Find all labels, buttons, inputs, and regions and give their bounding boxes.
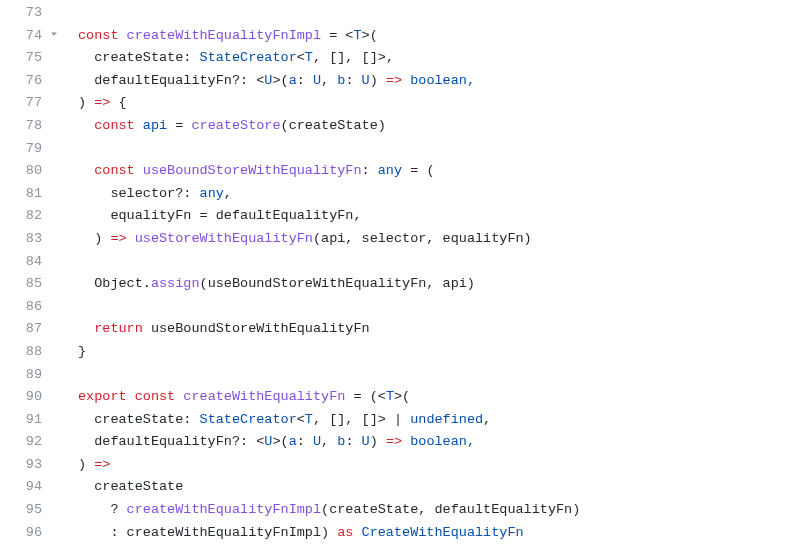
line-number[interactable]: 95 — [0, 499, 62, 522]
line-number[interactable]: 76 — [0, 70, 62, 93]
code-line[interactable]: 88} — [0, 341, 800, 364]
code-content[interactable]: createState: StateCreator<T, [], []> | u… — [62, 409, 800, 432]
code-token: defaultEqualityFn?: < — [78, 73, 264, 88]
code-token — [78, 321, 94, 336]
line-number[interactable]: 75 — [0, 47, 62, 70]
line-number[interactable]: 89 — [0, 364, 62, 387]
code-token: createWithEqualityFnImpl — [127, 28, 321, 43]
code-line[interactable]: 75 createState: StateCreator<T, [], []>, — [0, 47, 800, 70]
code-content[interactable]: export const createWithEqualityFn = (<T>… — [62, 386, 800, 409]
line-number[interactable]: 83 — [0, 228, 62, 251]
line-number[interactable]: 84 — [0, 251, 62, 274]
code-token: => — [386, 434, 402, 449]
code-editor[interactable]: 7374const createWithEqualityFnImpl = <T>… — [0, 0, 800, 544]
code-line[interactable]: 82 equalityFn = defaultEqualityFn, — [0, 205, 800, 228]
code-line[interactable]: 89 — [0, 364, 800, 387]
code-token: ? — [78, 502, 127, 517]
code-token: : — [297, 73, 313, 88]
code-token: => — [110, 231, 126, 246]
code-line[interactable]: 78 const api = createStore(createState) — [0, 115, 800, 138]
code-content[interactable]: const createWithEqualityFnImpl = <T>( — [62, 25, 800, 48]
code-content[interactable]: equalityFn = defaultEqualityFn, — [62, 205, 800, 228]
line-number[interactable]: 77 — [0, 92, 62, 115]
code-token: CreateWithEqualityFn — [362, 525, 524, 540]
line-number[interactable]: 78 — [0, 115, 62, 138]
code-token: => — [94, 457, 110, 472]
code-line[interactable]: 76 defaultEqualityFn?: <U>(a: U, b: U) =… — [0, 70, 800, 93]
line-number[interactable]: 79 — [0, 138, 62, 161]
code-content[interactable]: ? createWithEqualityFnImpl(createState, … — [62, 499, 800, 522]
code-token: const — [94, 163, 143, 178]
code-content[interactable]: } — [62, 341, 800, 364]
code-content[interactable]: ) => { — [62, 92, 800, 115]
code-token: StateCreator — [200, 412, 297, 427]
code-line[interactable]: 77) => { — [0, 92, 800, 115]
code-token: (createState) — [281, 118, 386, 133]
line-number[interactable]: 74 — [0, 25, 62, 48]
code-content[interactable]: : createWithEqualityFnImpl) as CreateWit… — [62, 522, 800, 544]
code-line[interactable]: 84 — [0, 251, 800, 274]
code-line[interactable]: 73 — [0, 2, 800, 25]
code-token: , — [321, 73, 337, 88]
line-number[interactable]: 91 — [0, 409, 62, 432]
code-content[interactable]: ) => — [62, 454, 800, 477]
code-token: : createWithEqualityFnImpl) — [78, 525, 337, 540]
code-content[interactable]: selector?: any, — [62, 183, 800, 206]
code-line[interactable]: 94 createState — [0, 476, 800, 499]
code-token: , — [321, 434, 337, 449]
code-token: => — [94, 95, 110, 110]
line-number[interactable]: 80 — [0, 160, 62, 183]
chevron-down-icon[interactable] — [48, 28, 60, 40]
code-line[interactable]: 96 : createWithEqualityFnImpl) as Create… — [0, 522, 800, 544]
code-token: Object. — [78, 276, 151, 291]
line-number[interactable]: 92 — [0, 431, 62, 454]
code-token: selector?: — [78, 186, 200, 201]
code-content[interactable]: const api = createStore(createState) — [62, 115, 800, 138]
code-token: createState: — [78, 412, 200, 427]
code-line[interactable]: 95 ? createWithEqualityFnImpl(createStat… — [0, 499, 800, 522]
code-token — [78, 163, 94, 178]
code-content[interactable]: defaultEqualityFn?: <U>(a: U, b: U) => b… — [62, 431, 800, 454]
code-token: createWithEqualityFnImpl — [127, 502, 321, 517]
code-line[interactable]: 87 return useBoundStoreWithEqualityFn — [0, 318, 800, 341]
code-token: export — [78, 389, 135, 404]
line-number[interactable]: 85 — [0, 273, 62, 296]
line-number[interactable]: 94 — [0, 476, 62, 499]
code-content[interactable]: const useBoundStoreWithEqualityFn: any =… — [62, 160, 800, 183]
code-line[interactable]: 91 createState: StateCreator<T, [], []> … — [0, 409, 800, 432]
code-line[interactable]: 80 const useBoundStoreWithEqualityFn: an… — [0, 160, 800, 183]
code-token: createState: — [78, 50, 200, 65]
code-content[interactable]: createState: StateCreator<T, [], []>, — [62, 47, 800, 70]
code-token: useBoundStoreWithEqualityFn — [151, 321, 370, 336]
code-line[interactable]: 85 Object.assign(useBoundStoreWithEquali… — [0, 273, 800, 296]
line-number[interactable]: 96 — [0, 522, 62, 544]
code-token: = — [167, 118, 191, 133]
line-number[interactable]: 93 — [0, 454, 62, 477]
code-token: (api, selector, equalityFn) — [313, 231, 532, 246]
code-line[interactable]: 86 — [0, 296, 800, 319]
code-line[interactable]: 93) => — [0, 454, 800, 477]
code-token: ) — [370, 434, 386, 449]
line-number[interactable]: 87 — [0, 318, 62, 341]
code-line[interactable]: 92 defaultEqualityFn?: <U>(a: U, b: U) =… — [0, 431, 800, 454]
code-line[interactable]: 81 selector?: any, — [0, 183, 800, 206]
code-content[interactable]: defaultEqualityFn?: <U>(a: U, b: U) => b… — [62, 70, 800, 93]
line-number[interactable]: 88 — [0, 341, 62, 364]
code-content[interactable]: return useBoundStoreWithEqualityFn — [62, 318, 800, 341]
code-token: createStore — [191, 118, 280, 133]
line-number[interactable]: 90 — [0, 386, 62, 409]
line-number[interactable]: 81 — [0, 183, 62, 206]
code-content[interactable]: createState — [62, 476, 800, 499]
line-number[interactable]: 86 — [0, 296, 62, 319]
code-token: , — [224, 186, 232, 201]
line-number[interactable]: 82 — [0, 205, 62, 228]
code-line[interactable]: 74const createWithEqualityFnImpl = <T>( — [0, 25, 800, 48]
code-line[interactable]: 90export const createWithEqualityFn = (<… — [0, 386, 800, 409]
line-number[interactable]: 73 — [0, 2, 62, 25]
code-token: : — [345, 434, 361, 449]
code-line[interactable]: 79 — [0, 138, 800, 161]
code-content[interactable]: Object.assign(useBoundStoreWithEqualityF… — [62, 273, 800, 296]
code-line[interactable]: 83 ) => useStoreWithEqualityFn(api, sele… — [0, 228, 800, 251]
code-content[interactable]: ) => useStoreWithEqualityFn(api, selecto… — [62, 228, 800, 251]
code-token: assign — [151, 276, 200, 291]
